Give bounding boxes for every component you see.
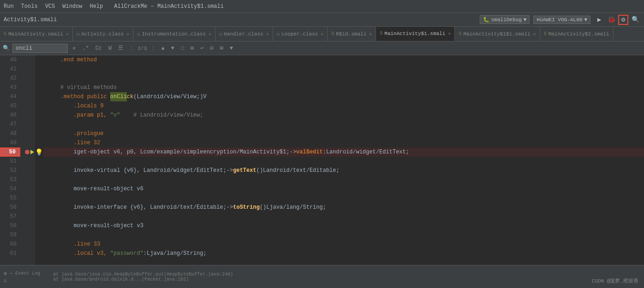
status-log-area: at java.base/java.nio.HeapByteBuffer.put…	[44, 272, 640, 282]
bp-51[interactable]	[24, 157, 35, 166]
bp-40[interactable]	[24, 55, 35, 65]
menu-bar: Run Tools VCS Window Help AllCrackMe – M…	[0, 0, 644, 13]
line-54: 54	[0, 184, 20, 194]
directive-method: .method public	[47, 92, 110, 101]
hint-59	[35, 230, 43, 240]
tab-looper-class[interactable]: ◻ Looper.class ✕	[273, 27, 328, 41]
tab-close-3[interactable]: ✕	[209, 31, 211, 37]
bp-52[interactable]	[24, 166, 35, 175]
run-button[interactable]: ▶	[594, 15, 604, 25]
bp-56[interactable]	[24, 203, 35, 212]
word-button[interactable]: W	[107, 44, 113, 53]
menu-tools[interactable]: Tools	[21, 3, 38, 10]
code-line-55	[43, 194, 644, 203]
menu-help[interactable]: Help	[89, 3, 103, 10]
debug-config-dropdown[interactable]: 🐛 smaliDebug ▼	[480, 15, 530, 24]
debug-button[interactable]: 🐞	[606, 15, 616, 25]
line-55: 55	[0, 194, 20, 203]
hint-area: 💡	[35, 55, 43, 265]
log-line-1: at java.base/java.nio.HeapByteBuffer.put…	[53, 272, 640, 277]
gettext-sig: ()Landroid/text/Editable;	[256, 166, 340, 175]
bp-60[interactable]	[24, 240, 35, 249]
line-56: 56	[0, 203, 20, 212]
hint-54	[35, 184, 43, 194]
regex-button[interactable]: .*	[80, 44, 90, 53]
search-input[interactable]	[12, 44, 68, 53]
bp-55[interactable]	[24, 194, 35, 203]
case-button[interactable]: Cc	[94, 44, 104, 53]
bp-42[interactable]	[24, 74, 35, 83]
search-button[interactable]: 🔍	[630, 15, 640, 25]
tab-mainactivity11-smali[interactable]: S MainActivity$1$1.smali ✕	[455, 27, 540, 41]
menu-vcs[interactable]: VCS	[45, 3, 55, 10]
tab-close-5[interactable]: ✕	[321, 31, 323, 37]
device-arrow: ▼	[584, 17, 587, 23]
hint-50[interactable]: 💡	[35, 147, 43, 157]
dropdown-arrow: ▼	[524, 17, 527, 23]
code-line-48: .prologue	[43, 129, 644, 138]
bp-53[interactable]	[24, 175, 35, 184]
status-row-1[interactable]: ⚙ — Event Log	[4, 270, 40, 276]
filter2-button[interactable]: ⊞	[218, 44, 225, 53]
bp-61[interactable]	[24, 249, 35, 258]
tab-activity-class[interactable]: ◻ Activity.class ✕	[73, 27, 133, 41]
tab-handler-class[interactable]: ◻ Handler.class ✕	[215, 27, 273, 41]
settings-button[interactable]: ⚙	[618, 15, 628, 25]
tab-instrumentation-class[interactable]: ◻ Instrumentation.class ✕	[133, 27, 215, 41]
filter-button[interactable]: ⊞	[189, 44, 196, 53]
tab-label-5: Looper.class	[281, 31, 318, 37]
bp-48[interactable]	[24, 129, 35, 138]
tab-close-2[interactable]: ✕	[126, 31, 129, 37]
code-line-50: iget-object v6, p0, Lcom/example/simplee…	[43, 147, 644, 157]
tab-label-8: MainActivity$1$1.smali	[463, 31, 530, 37]
debug-config-label: smaliDebug	[491, 17, 522, 23]
device-dropdown[interactable]: HUAWEI VOG-AL00 ▼	[533, 16, 590, 24]
status-row-2: ☑	[4, 277, 40, 283]
comment-virtual: # virtual methods	[47, 83, 117, 92]
move-result-v6: move-result-object v6	[47, 184, 143, 194]
tab-close-1[interactable]: ✕	[66, 31, 69, 37]
tab-rsid-smali[interactable]: S R$id.smali ✕	[328, 27, 376, 41]
move-result-v3: move-result-object v3	[47, 221, 143, 230]
bp-57[interactable]	[24, 212, 35, 221]
bp-45[interactable]	[24, 101, 35, 111]
bp-50[interactable]	[24, 147, 35, 157]
bp-47[interactable]	[24, 120, 35, 129]
code-content[interactable]: .end method # virtual methods .method pu…	[43, 55, 644, 265]
prev-match-button[interactable]: ▲	[159, 44, 166, 53]
line-59: 59	[0, 230, 20, 240]
wrap-button[interactable]: ↩	[198, 44, 205, 53]
tab-close-7[interactable]: ✕	[448, 31, 451, 36]
hint-47	[35, 120, 43, 129]
tab-close-4[interactable]: ✕	[266, 31, 269, 37]
line-50: 50	[0, 147, 20, 157]
tab-mainactivity-smali[interactable]: S MainActivity.smali ✕	[0, 27, 73, 41]
bp-54[interactable]	[24, 184, 35, 194]
clear-search-button[interactable]: ✕	[71, 44, 78, 53]
hint-41	[35, 65, 43, 74]
menu-window[interactable]: Window	[62, 3, 82, 10]
log-line-2: at java.base/android.dalvik.d...(Packet.…	[53, 277, 640, 282]
bp-43[interactable]	[24, 83, 35, 92]
extra-button[interactable]: ☰	[116, 44, 125, 53]
file-title: Activity$1.smali	[4, 17, 57, 23]
tab-mainactivity1-smali[interactable]: S MainActivity$1.smali ✕	[376, 27, 455, 41]
options-button[interactable]: ⊟	[209, 44, 215, 53]
next-match-button[interactable]: ▼	[169, 44, 176, 53]
code-line-42	[43, 74, 644, 83]
bp-46[interactable]	[24, 111, 35, 120]
bp-49[interactable]	[24, 138, 35, 147]
bp-58[interactable]	[24, 221, 35, 230]
tab-bar: S MainActivity.smali ✕ ◻ Activity.class …	[0, 27, 644, 41]
tab-close-6[interactable]: ✕	[369, 31, 372, 37]
bp-44[interactable]	[24, 92, 35, 101]
toggle-replace-button[interactable]: □	[179, 44, 186, 53]
code-line-44: .method public onClick(Landroid/view/Vie…	[43, 92, 644, 101]
tab-mainactivity2-smali[interactable]: S MainActivity$2.smali	[540, 27, 614, 41]
advanced-button[interactable]: ▼	[228, 44, 235, 53]
menu-run[interactable]: Run	[4, 3, 14, 10]
event-log-label[interactable]: Event Log	[15, 271, 40, 276]
bp-41[interactable]	[24, 65, 35, 74]
bp-59[interactable]	[24, 230, 35, 240]
tab-close-8[interactable]: ✕	[533, 31, 536, 37]
